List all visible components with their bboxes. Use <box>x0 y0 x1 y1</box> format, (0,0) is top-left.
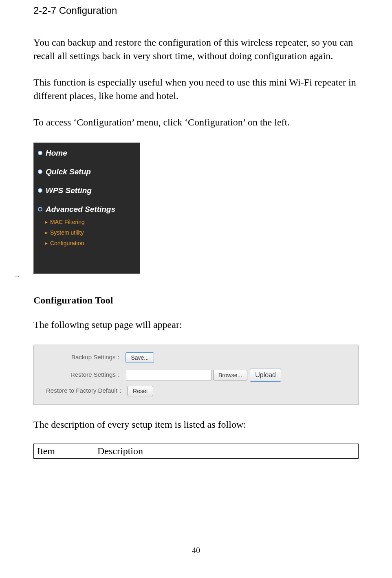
bullet-open-icon <box>38 207 42 211</box>
sidebar-item-label: Home <box>46 149 67 158</box>
sidebar-screenshot: Home Quick Setup WPS Setting Advanced Se… <box>33 143 140 274</box>
svg-marker-1 <box>18 276 19 277</box>
sidebar-subitem-label: Configuration <box>50 240 84 246</box>
sidebar-subitem-label: System utility <box>50 229 84 236</box>
table-header-description: Description <box>94 444 359 458</box>
save-button[interactable]: Save... <box>126 352 154 363</box>
paragraph-3: To access ‘Configuration’ menu, click ‘C… <box>33 116 359 129</box>
bullet-icon <box>38 169 42 174</box>
backup-settings-label: Backup Settings： <box>71 354 121 361</box>
sidebar-item-label: Advanced Settings <box>46 205 115 214</box>
table-row: Item Description <box>34 444 359 458</box>
chevron-right-icon: ▸ <box>45 219 48 225</box>
pointer-arrow-icon <box>2 276 31 277</box>
sidebar-subitem-configuration[interactable]: ▸ Configuration <box>34 239 140 247</box>
configuration-tool-screenshot: Backup Settings： Save... Restore Setting… <box>33 345 359 405</box>
bullet-icon <box>38 151 42 155</box>
sidebar-subitem-mac-filtering[interactable]: ▸ MAC Filtering <box>34 218 140 226</box>
sidebar-item-quick-setup[interactable]: Quick Setup <box>34 166 140 178</box>
chevron-right-icon: ▸ <box>45 240 48 246</box>
bullet-icon <box>38 188 42 193</box>
factory-default-label: Restore to Factory Default： <box>46 387 123 395</box>
chevron-right-icon: ▸ <box>45 230 48 235</box>
reset-button[interactable]: Reset <box>128 386 153 396</box>
sidebar-subitem-label: MAC Filtering <box>50 219 85 225</box>
configuration-tool-heading: Configuration Tool <box>33 295 359 306</box>
sidebar-item-wps-setting[interactable]: WPS Setting <box>34 185 140 197</box>
browse-button[interactable]: Browse... <box>213 370 247 380</box>
sidebar-item-label: WPS Setting <box>46 186 92 195</box>
config-intro: The following setup page will appear: <box>33 318 359 332</box>
description-table: Item Description <box>33 444 359 459</box>
post-config-text: The description of every setup item is l… <box>33 418 359 431</box>
table-header-item: Item <box>34 444 94 458</box>
upload-button[interactable]: Upload <box>250 369 281 382</box>
sidebar-subitem-system-utility[interactable]: ▸ System utility <box>34 229 140 237</box>
paragraph-2: This function is especially useful when … <box>33 76 359 103</box>
restore-file-input[interactable] <box>126 370 211 380</box>
section-title: 2-2-7 Configuration <box>33 5 359 16</box>
page-number: 40 <box>0 546 392 555</box>
sidebar-item-label: Quick Setup <box>46 167 91 176</box>
restore-settings-label: Restore Settings： <box>70 371 122 379</box>
sidebar-item-advanced-settings[interactable]: Advanced Settings <box>34 203 140 215</box>
paragraph-1: You can backup and restore the configura… <box>33 36 359 63</box>
sidebar-item-home[interactable]: Home <box>34 147 140 159</box>
